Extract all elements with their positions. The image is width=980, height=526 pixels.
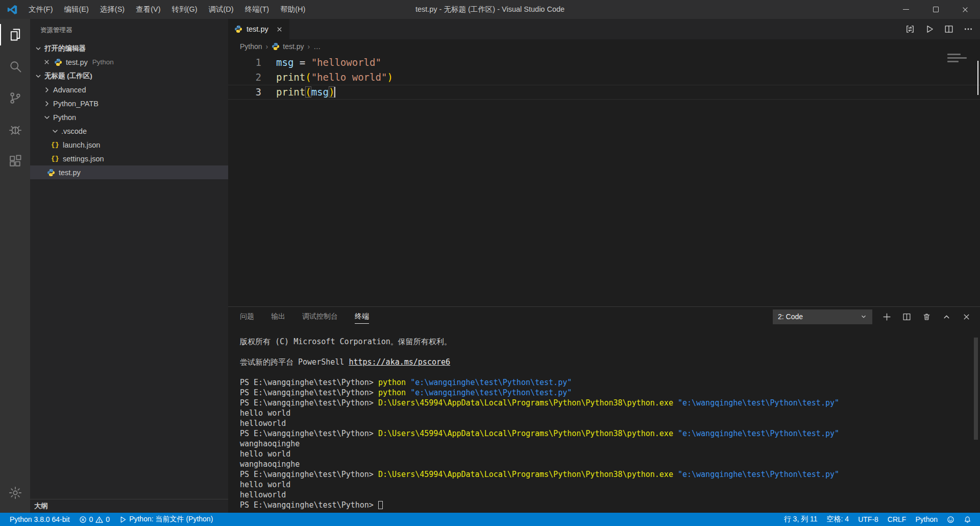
code-line-1[interactable]: 1msg = "helloworld" (228, 55, 980, 70)
status-cursor-position[interactable]: 行 3, 列 11 (779, 513, 822, 526)
panel-tab-output[interactable]: 输出 (271, 307, 285, 326)
status-notifications[interactable] (959, 513, 976, 526)
status-label: Python (915, 515, 938, 523)
kill-terminal-button[interactable] (922, 313, 931, 321)
maximize-button[interactable] (921, 0, 950, 19)
status-problems[interactable]: 00 (75, 513, 115, 526)
status-feedback[interactable] (942, 513, 959, 526)
tree-item-advanced[interactable]: Advanced (30, 83, 228, 97)
new-terminal-button[interactable] (883, 313, 891, 321)
debug-icon (8, 123, 22, 137)
warning-icon (95, 516, 103, 523)
tab-testpy[interactable]: test.py (228, 19, 290, 39)
terminal-line: PS E:\wangqinghe\test\Python> D:\Users\4… (240, 469, 980, 480)
chevron-down-icon (34, 44, 42, 53)
open-editor-item-testpy[interactable]: test.py Python (30, 55, 228, 69)
panel-header: 问题输出调试控制台终端 2: Code (228, 307, 980, 326)
breadcrumb-folder[interactable]: Python (240, 42, 262, 51)
minimize-button[interactable] (891, 0, 921, 19)
status-bar: Python 3.8.0 64-bit00Python: 当前文件 (Pytho… (0, 513, 980, 526)
code-text: print(msg) (261, 85, 335, 100)
explorer-icon (8, 28, 22, 42)
editor-actions (905, 19, 973, 39)
close-tab-icon[interactable] (276, 26, 283, 33)
close-icon (962, 6, 969, 13)
menu-debug[interactable]: 调试(D) (203, 0, 239, 19)
menu-bar: 文件(F)编辑(E)选择(S)查看(V)转到(G)调试(D)终端(T)帮助(H) (23, 0, 311, 19)
open-editor-label: test.py (66, 58, 88, 66)
activity-manage-button[interactable] (0, 477, 30, 509)
status-python-interpreter[interactable]: Python 3.8.0 64-bit (5, 513, 75, 526)
tree-item--vscode[interactable]: .vscode (30, 124, 228, 138)
open-changes-button[interactable] (905, 25, 915, 34)
activity-extensions-button[interactable] (0, 146, 30, 177)
editor-group: test.py Python › test.py › … 1msg = "hel… (228, 19, 980, 306)
tree-item-label: test.py (59, 169, 81, 177)
tree-item-label: Python (53, 113, 76, 122)
panel-tab-debug-console[interactable]: 调试控制台 (302, 307, 338, 326)
terminal-selector[interactable]: 2: Code (773, 309, 872, 324)
menu-file[interactable]: 文件(F) (23, 0, 59, 19)
panel-tab-problems[interactable]: 问题 (240, 307, 254, 326)
terminal[interactable]: 版权所有 (C) Microsoft Corporation。保留所有权利。 尝… (228, 326, 980, 513)
status-label: 行 3, 列 11 (784, 515, 818, 524)
status-encoding[interactable]: UTF-8 (853, 513, 883, 526)
menu-view[interactable]: 查看(V) (130, 0, 166, 19)
open-editor-description: Python (92, 58, 114, 66)
panel-tab-terminal[interactable]: 终端 (355, 307, 369, 326)
activity-debug-button[interactable] (0, 114, 30, 146)
terminal-line: PS E:\wangqinghe\test\Python> (240, 500, 980, 510)
terminal-link[interactable]: https://aka.ms/pscore6 (349, 357, 450, 367)
close-editor-icon[interactable] (43, 58, 51, 66)
tree-item-settings-json[interactable]: {}settings.json (30, 152, 228, 165)
terminal-selector-value: 2: Code (778, 313, 803, 321)
section-workspace[interactable]: 无标题 (工作区) (30, 69, 228, 83)
status-eol[interactable]: CRLF (883, 513, 911, 526)
status-label: UTF-8 (858, 515, 878, 523)
tree-item-label: settings.json (63, 155, 104, 163)
tree-item-python-patb[interactable]: Python_PATB (30, 97, 228, 110)
more-actions-button[interactable] (964, 25, 973, 34)
close-panel-button[interactable] (962, 313, 971, 321)
minimap[interactable] (947, 54, 971, 64)
split-editor-button[interactable] (944, 25, 953, 34)
menu-go[interactable]: 转到(G) (166, 0, 203, 19)
run-python-file-button[interactable] (925, 25, 934, 34)
terminal-line: helloworld (240, 418, 980, 428)
menu-edit[interactable]: 编辑(E) (59, 0, 94, 19)
status-label: 空格: 4 (827, 515, 849, 524)
maximize-panel-button[interactable] (942, 313, 951, 321)
terminal-line: wanghaoqinghe (240, 459, 980, 469)
python-file-icon (54, 58, 63, 66)
chevron-down-icon (34, 72, 42, 80)
code-editor[interactable]: 1msg = "helloworld"2print("hello world")… (228, 54, 980, 306)
tree-item-python[interactable]: Python (30, 110, 228, 124)
tree-item-launch-json[interactable]: {}launch.json (30, 138, 228, 152)
status-label: Python: 当前文件 (Python) (129, 515, 213, 524)
terminal-scrollbar[interactable] (974, 338, 978, 440)
breadcrumb-symbol[interactable]: … (313, 42, 321, 51)
menu-help[interactable]: 帮助(H) (275, 0, 311, 19)
activity-search-button[interactable] (0, 51, 30, 82)
minimize-icon (903, 9, 909, 10)
tree-item-test-py[interactable]: test.py (30, 165, 228, 179)
window-controls (891, 0, 980, 19)
split-terminal-button[interactable] (902, 313, 911, 321)
activity-explorer-button[interactable] (0, 19, 30, 51)
status-language-mode[interactable]: Python (911, 513, 942, 526)
status-indentation[interactable]: 空格: 4 (822, 513, 854, 526)
activity-source-control-button[interactable] (0, 82, 30, 114)
code-line-2[interactable]: 2print("hello world") (228, 70, 980, 85)
section-label: 无标题 (工作区) (44, 71, 92, 81)
breadcrumb-file[interactable]: test.py (283, 42, 304, 51)
gear-icon (8, 486, 22, 500)
play-icon (119, 516, 127, 523)
menu-terminal[interactable]: 终端(T) (239, 0, 275, 19)
section-open-editors[interactable]: 打开的编辑器 (30, 41, 228, 55)
status-run-python-file[interactable]: Python: 当前文件 (Python) (114, 513, 217, 526)
menu-selection[interactable]: 选择(S) (94, 0, 130, 19)
close-window-button[interactable] (950, 0, 980, 19)
line-number: 1 (228, 55, 261, 70)
section-outline[interactable]: 大纲 (30, 499, 228, 513)
code-line-3[interactable]: 3print(msg) (228, 85, 980, 100)
